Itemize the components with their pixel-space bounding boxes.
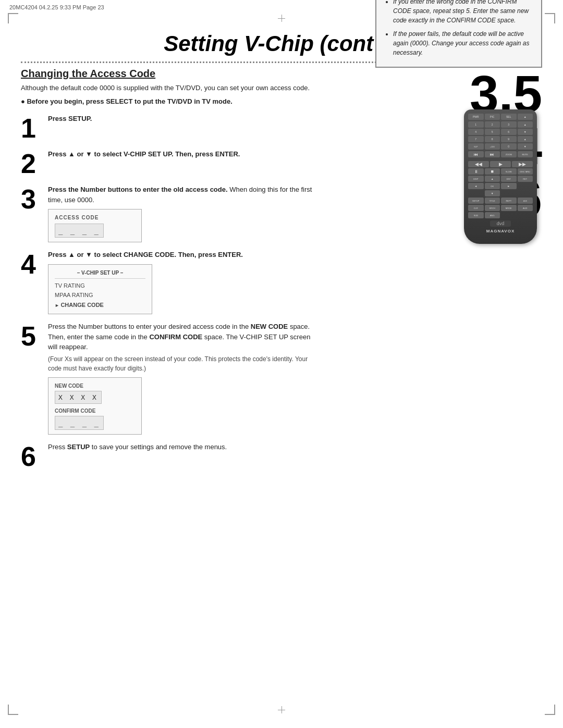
btn-disc-menu[interactable]: DISC MNU — [518, 168, 533, 175]
btn-rewind[interactable]: ◀◀ — [468, 161, 489, 167]
vchip-menu-box: – V-CHIP SET UP – TV RATING MPAA RATING … — [48, 264, 152, 315]
btn-audio[interactable]: AUD — [518, 205, 533, 211]
btn-pause[interactable]: ⏸ — [468, 168, 484, 175]
step-4-number: 4 — [21, 251, 43, 278]
btn-sleep[interactable]: SLP — [468, 143, 484, 150]
btn-clear[interactable]: CLR — [468, 205, 484, 211]
step-2-number: 2 — [21, 150, 43, 177]
btn-enter[interactable]: ENT — [501, 176, 517, 182]
open-close-button[interactable]: ▲ — [518, 114, 533, 120]
step-3-text: Press the Number buttons to enter the ol… — [48, 186, 312, 204]
menu-title: – V-CHIP SET UP – — [55, 269, 145, 279]
btn-up[interactable]: ▲ — [485, 176, 500, 182]
btn-search[interactable]: SRCH — [485, 205, 500, 211]
step-5-text: Press the Number buttons to enter your d… — [48, 323, 310, 351]
bottom-row2: CLR SRCH MODE AUD — [468, 205, 533, 211]
btn-prev[interactable]: ⏮ — [468, 151, 484, 157]
btn-right[interactable]: ► — [501, 183, 517, 189]
bottom-row3: SUB ANG — [468, 212, 533, 218]
btn-7[interactable]: 7 — [468, 136, 484, 142]
btn-title[interactable]: TITLE — [485, 198, 500, 204]
step-4-content: Press ▲ or ▼ to select CHANGE CODE. Then… — [48, 250, 313, 314]
btn-stop[interactable]: ■ — [485, 168, 500, 175]
step-5-note: (Four Xs will appear on the screen inste… — [48, 354, 313, 373]
btn-return[interactable]: RET — [518, 176, 533, 182]
confirm-code-display: _ _ _ _ — [55, 416, 104, 430]
step-5-content: Press the Number buttons to enter your d… — [48, 322, 313, 435]
step-4-text: Press ▲ or ▼ to select CHANGE CODE. Then… — [48, 251, 243, 258]
btn-enter2[interactable]: OK — [485, 183, 500, 189]
remote-top-row: PWR PIC SEL ▲ — [468, 114, 533, 120]
hint-2: If the power fails, the default code wil… — [393, 29, 534, 57]
btn-setup[interactable]: SETUP — [468, 198, 484, 204]
btn-display[interactable]: DISP — [468, 176, 484, 182]
btn-8[interactable]: 8 — [485, 136, 500, 142]
remote-nav-row: ⏮ ⏭ ZOOM MUTE — [468, 151, 533, 157]
menu-item-change-code: CHANGE CODE — [55, 300, 145, 310]
btn-5[interactable]: 5 — [485, 129, 500, 135]
step-2-content: Press ▲ or ▼ to select V-CHIP SET UP. Th… — [48, 149, 313, 159]
btn-ch-up[interactable]: ▲ — [518, 121, 533, 128]
btn-vol-down[interactable]: ▼ — [518, 143, 533, 150]
crosshair-top — [278, 15, 285, 22]
btn-play[interactable]: ▶ — [490, 161, 511, 167]
helpful-hints-box: Helpful Hints If you enter the wrong cod… — [375, 0, 542, 68]
left-column: Changing the Access Code Although the de… — [21, 68, 313, 477]
menu-item-tv-rating: TV RATING — [55, 281, 145, 291]
btn-repeat[interactable]: REPT — [501, 198, 517, 204]
btn-left[interactable]: ◄ — [468, 183, 484, 189]
btn-subtitle[interactable]: SUB — [468, 212, 484, 218]
step-6-content: Press SETUP to save your settings and re… — [48, 442, 313, 452]
power-button[interactable]: PWR — [468, 114, 484, 120]
picture-button[interactable]: PIC — [485, 114, 500, 120]
step-1-number: 1 — [21, 115, 43, 142]
corner-mark-tl — [8, 13, 18, 23]
step-6-number: 6 — [21, 443, 43, 470]
btn-9[interactable]: 9 — [501, 136, 517, 142]
remote-container: PWR PIC SEL ▲ 1 2 3 ▲ 4 5 6 ▼ 7 8 — [459, 109, 542, 244]
btn-mute[interactable]: MUTE — [518, 151, 533, 157]
step-1-content: Press SETUP. — [48, 114, 313, 124]
btn-down[interactable]: ▼ — [485, 190, 500, 196]
section-heading: Changing the Access Code — [21, 68, 313, 80]
btn-zoom[interactable]: ZOOM — [501, 151, 517, 157]
btn-3[interactable]: 3 — [501, 121, 517, 128]
btn-angle[interactable]: ANG — [485, 212, 500, 218]
btn-1[interactable]: 1 — [468, 121, 484, 128]
btn-ab[interactable]: A-B — [518, 198, 533, 204]
btn-next[interactable]: ⏭ — [485, 151, 500, 157]
btn-6[interactable]: 6 — [501, 129, 517, 135]
step-6-row: 6 Press SETUP to save your settings and … — [21, 442, 313, 470]
step-3-content: Press the Number buttons to enter the ol… — [48, 184, 313, 242]
corner-mark-bl — [8, 705, 18, 715]
btn-4[interactable]: 4 — [468, 129, 484, 135]
new-code-box: NEW CODE X X X X CONFIRM CODE _ _ _ _ — [48, 377, 142, 435]
intro-text: Although the default code 0000 is suppli… — [21, 83, 313, 93]
btn-slow[interactable]: SLOW — [501, 168, 517, 175]
step-1-row: 1 Press SETUP. — [21, 114, 313, 142]
menu-item-mpaa-rating: MPAA RATING — [55, 290, 145, 300]
select-button[interactable]: SEL — [501, 114, 517, 120]
transport-row1: ◀◀ ▶ ▶▶ — [468, 161, 533, 167]
step-6-text: Press SETUP to save your settings and re… — [48, 443, 227, 451]
bottom-row1: SETUP TITLE REPT A-B — [468, 198, 533, 204]
btn-plus100[interactable]: +100 — [485, 143, 500, 150]
btn-2[interactable]: 2 — [485, 121, 500, 128]
btn-ff[interactable]: ▶▶ — [512, 161, 533, 167]
step-2-row: 2 Press ▲ or ▼ to select V-CHIP SET UP. … — [21, 149, 313, 177]
hint-1: If you enter the wrong code in the CONFI… — [393, 0, 534, 25]
brand-label: MAGNAVOX — [468, 229, 533, 233]
step-2-label: Press ▲ or ▼ to select V-CHIP SET UP. Th… — [48, 150, 240, 158]
page-header: 20MC4204 04.2.25 9:33 PM Page 23 — [9, 4, 104, 10]
dvd-logo: dvd — [490, 220, 511, 227]
btn-0[interactable]: 0 — [501, 143, 517, 150]
corner-mark-br — [545, 705, 555, 715]
corner-mark-tr — [545, 13, 555, 23]
step-4-row: 4 Press ▲ or ▼ to select CHANGE CODE. Th… — [21, 250, 313, 314]
btn-mode[interactable]: MODE — [501, 205, 517, 211]
step-1-label: Press SETUP. — [48, 115, 92, 122]
remote-numpad: 1 2 3 ▲ 4 5 6 ▼ 7 8 9 ▲ SLP +100 0 ▼ — [468, 121, 533, 150]
nav-grid: DISP ▲ ENT RET ◄ OK ► ▼ — [468, 176, 533, 196]
btn-ch-down[interactable]: ▼ — [518, 129, 533, 135]
btn-vol-up[interactable]: ▲ — [518, 136, 533, 142]
